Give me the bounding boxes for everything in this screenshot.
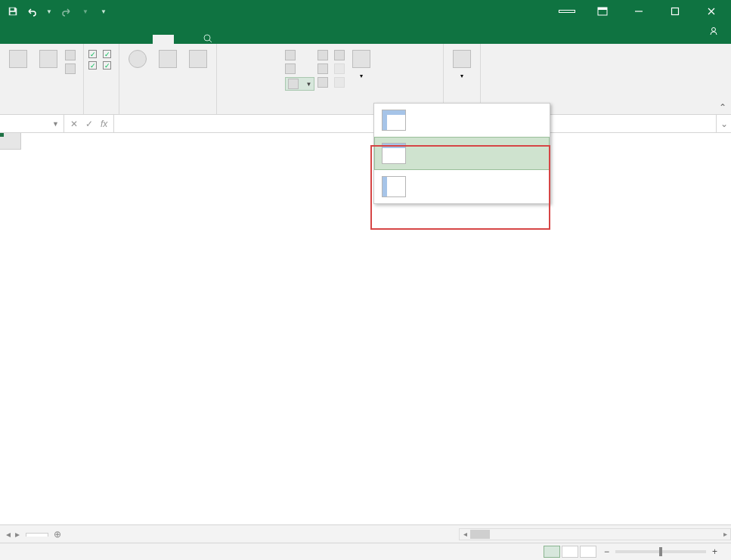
tab-formula[interactable]	[89, 35, 110, 44]
chevron-down-icon: ▾	[460, 73, 463, 79]
page-layout-button[interactable]	[65, 50, 79, 60]
tell-me-search[interactable]	[195, 33, 224, 44]
freeze-panes-button[interactable]: ▼	[285, 77, 315, 91]
hide-button[interactable]	[317, 63, 331, 74]
unhide-button[interactable]	[317, 77, 331, 88]
ribbon-group-show: ✓ ✓ ✓ ✓	[84, 44, 119, 114]
login-button[interactable]	[559, 10, 575, 13]
checkbox-icon: ✓	[88, 50, 97, 58]
page-break-icon	[39, 50, 57, 68]
qat-customize-icon[interactable]: ▼	[97, 5, 110, 18]
formula-bar-checkbox[interactable]: ✓	[103, 50, 114, 58]
undo-dropdown-icon[interactable]: ▼	[42, 5, 56, 18]
zoom-100-icon	[159, 50, 177, 68]
zoom-button[interactable]	[124, 48, 151, 72]
horizontal-scrollbar[interactable]: ◂ ▸	[459, 528, 731, 540]
redo-dropdown-icon[interactable]: ▼	[79, 5, 92, 18]
cancel-formula-icon[interactable]: ✕	[70, 119, 78, 129]
tab-help[interactable]	[174, 35, 195, 44]
freeze-top-row-item[interactable]	[374, 137, 550, 170]
expand-formula-bar-icon[interactable]: ⌄	[716, 115, 731, 132]
enter-formula-icon[interactable]: ✓	[85, 119, 93, 129]
ribbon-display-options-button[interactable]	[586, 0, 619, 23]
freeze-panes-item[interactable]	[374, 104, 550, 137]
svg-rect-3	[598, 8, 607, 10]
scrollbar-thumb[interactable]	[470, 530, 490, 539]
arrange-all-button[interactable]	[285, 63, 315, 74]
tab-review[interactable]	[132, 35, 153, 44]
new-window-button[interactable]	[285, 50, 315, 60]
formula-bar: ▼ ✕ ✓ fx ⌄	[0, 115, 731, 133]
tab-insert[interactable]	[47, 35, 68, 44]
zoom-selection-icon	[189, 50, 207, 68]
ribbon-group-workbook-views	[0, 44, 84, 114]
chevron-down-icon: ▼	[52, 120, 59, 128]
scroll-right-icon[interactable]: ▸	[720, 529, 730, 540]
undo-icon[interactable]	[24, 5, 38, 18]
hide-icon	[317, 63, 328, 74]
title-bar: ▼ ▼ ▼	[0, 0, 731, 23]
chevron-down-icon: ▼	[306, 81, 312, 88]
freeze-top-row-item-icon	[382, 143, 406, 164]
headings-checkbox[interactable]: ✓	[103, 61, 114, 70]
zoom-icon	[129, 50, 147, 68]
collapse-ribbon-icon[interactable]: ⌃	[719, 102, 726, 113]
zoom-out-button[interactable]: −	[604, 546, 609, 557]
select-all-corner[interactable]	[0, 133, 21, 150]
checkbox-icon: ✓	[88, 61, 97, 70]
redo-icon[interactable]	[60, 5, 74, 18]
arrange-all-icon	[285, 63, 296, 74]
chevron-down-icon: ▾	[360, 73, 363, 79]
ruler-checkbox[interactable]: ✓	[88, 50, 100, 58]
ribbon: ✓ ✓ ✓ ✓ ▼	[0, 44, 731, 115]
zoom-slider[interactable]	[615, 550, 706, 553]
sheet-tab-bar: ◂ ▸ ⊕ ◂ ▸	[0, 524, 731, 543]
save-icon[interactable]	[6, 5, 20, 18]
share-button[interactable]	[708, 26, 722, 36]
insert-function-icon[interactable]: fx	[101, 119, 107, 129]
minimize-button[interactable]	[622, 0, 655, 23]
page-break-status-button[interactable]	[580, 546, 596, 558]
page-layout-status-button[interactable]	[562, 546, 578, 558]
tab-layout[interactable]	[68, 35, 89, 44]
normal-view-button[interactable]	[5, 48, 32, 72]
name-box[interactable]: ▼	[0, 115, 64, 132]
tab-home[interactable]	[26, 35, 47, 44]
checkbox-icon: ✓	[103, 61, 111, 70]
split-button[interactable]	[317, 50, 331, 60]
zoom-100-button[interactable]	[154, 48, 181, 72]
view-side-icon[interactable]	[334, 50, 345, 60]
new-sheet-button[interactable]: ⊕	[48, 529, 67, 540]
close-button[interactable]	[695, 0, 728, 23]
macros-button[interactable]: ▾	[448, 48, 475, 81]
zoom-slider-thumb[interactable]	[659, 547, 662, 556]
zoom-to-selection-button[interactable]	[184, 48, 212, 72]
sheet-nav-prev-icon[interactable]: ◂	[6, 529, 11, 540]
sheet-nav-next-icon[interactable]: ▸	[15, 529, 20, 540]
maximize-button[interactable]	[658, 0, 692, 23]
status-bar: − +	[0, 543, 731, 560]
freeze-first-column-item[interactable]	[374, 170, 550, 203]
svg-line-7	[209, 40, 212, 42]
page-break-preview-button[interactable]	[35, 48, 62, 72]
zoom-in-button[interactable]: +	[712, 546, 717, 557]
gridlines-checkbox[interactable]: ✓	[88, 61, 100, 70]
svg-rect-1	[11, 12, 16, 15]
scroll-left-icon[interactable]: ◂	[460, 529, 470, 540]
svg-point-6	[204, 35, 210, 41]
switch-windows-button[interactable]: ▾	[348, 48, 375, 81]
normal-view-status-button[interactable]	[544, 546, 560, 558]
tab-view[interactable]	[153, 35, 174, 44]
split-icon	[317, 50, 328, 60]
checkbox-icon: ✓	[103, 50, 111, 58]
freeze-panes-item-icon	[382, 110, 406, 131]
reset-pos-icon[interactable]	[334, 77, 345, 88]
sheet-tab[interactable]	[26, 533, 48, 537]
sync-scroll-icon[interactable]	[334, 63, 345, 74]
worksheet-grid[interactable]	[0, 133, 731, 524]
tab-data[interactable]	[110, 35, 132, 44]
tab-file[interactable]	[5, 35, 26, 44]
ribbon-tabs	[0, 23, 731, 44]
custom-views-button[interactable]	[65, 63, 79, 74]
custom-views-icon	[65, 63, 76, 74]
